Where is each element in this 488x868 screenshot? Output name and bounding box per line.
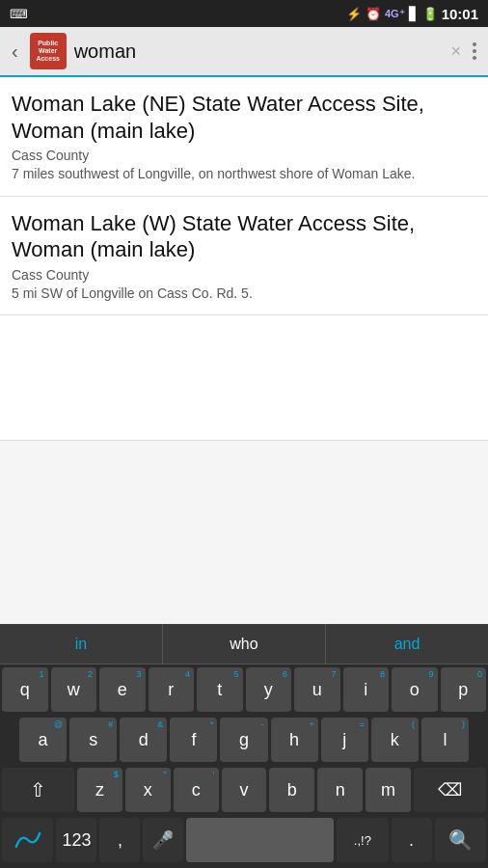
key-u[interactable]: 7u — [294, 667, 340, 712]
key-p-sub: 0 — [477, 669, 482, 679]
time-display: 10:01 — [442, 6, 478, 22]
key-a-sub: @ — [54, 719, 63, 729]
key-e-sub: 3 — [136, 669, 141, 679]
key-i[interactable]: 8i — [343, 667, 390, 712]
key-d[interactable]: &d — [120, 718, 167, 762]
menu-dot — [473, 42, 476, 46]
key-b[interactable]: b — [269, 768, 314, 812]
num-switch-key[interactable]: 123 — [56, 818, 96, 862]
key-z[interactable]: $z — [77, 768, 122, 812]
empty-results-area — [0, 315, 488, 441]
keyboard-icon: ⌨ — [10, 7, 28, 21]
mic-key[interactable]: 🎤 — [143, 818, 183, 862]
key-c[interactable]: 'c — [174, 768, 219, 812]
key-m[interactable]: m — [366, 768, 411, 812]
key-q-sub: 1 — [39, 669, 43, 679]
result-county-2: Cass County — [12, 267, 476, 283]
key-o-sub: 9 — [428, 669, 433, 679]
shift-key[interactable]: ⇧ — [2, 768, 74, 812]
key-p[interactable]: 0p — [441, 667, 487, 712]
alarm-icon: ⏰ — [366, 7, 381, 21]
key-k-sub: ( — [412, 719, 415, 729]
suggestion-and[interactable]: and — [326, 624, 488, 664]
key-y[interactable]: 6y — [246, 667, 292, 712]
app-icon: PublicWaterAccess — [30, 33, 67, 69]
key-w-sub: 2 — [88, 669, 93, 679]
result-desc-2: 5 mi SW of Longville on Cass Co. Rd. 5. — [12, 285, 476, 304]
back-button[interactable]: ‹ — [8, 37, 22, 67]
key-row-1: 1q 2w 3e 4r 5t 6y 7u 8i 9o 0p — [0, 665, 488, 715]
result-county-1: Cass County — [12, 148, 476, 163]
key-s[interactable]: #s — [69, 718, 117, 762]
space-key[interactable] — [186, 818, 334, 862]
battery-icon: 🔋 — [422, 7, 438, 21]
result-title-2: Woman Lake (W) State Water Access Site, … — [12, 210, 476, 263]
key-r[interactable]: 4r — [149, 667, 195, 712]
signal-icon: ▋ — [409, 7, 419, 21]
key-f[interactable]: *f — [170, 718, 217, 762]
result-title-1: Woman Lake (NE) State Water Access Site,… — [12, 91, 476, 144]
key-t-sub: 5 — [233, 669, 238, 679]
clear-button[interactable]: × — [450, 41, 461, 62]
suggestions-row: in who and — [0, 624, 488, 665]
key-z-sub: $ — [114, 770, 119, 779]
search-key[interactable]: 🔍 — [435, 818, 486, 862]
suggestion-in[interactable]: in — [0, 624, 163, 664]
status-bar: ⌨ ⚡ ⏰ 4G⁺ ▋ 🔋 10:01 — [0, 0, 488, 27]
key-y-sub: 6 — [283, 669, 287, 679]
search-input[interactable] — [74, 41, 461, 63]
search-input-container: × — [74, 41, 461, 63]
key-f-sub: * — [210, 719, 214, 729]
key-t[interactable]: 5t — [197, 667, 243, 712]
key-e[interactable]: 3e — [99, 667, 146, 712]
app-icon-label: PublicWaterAccess — [36, 40, 60, 62]
key-v[interactable]: v — [222, 768, 267, 812]
key-row-2: @a #s &d *f -g +h =j (k )l — [0, 715, 488, 765]
key-o[interactable]: 9o — [392, 667, 438, 712]
swiftkey-logo-key[interactable] — [2, 818, 53, 862]
menu-button[interactable] — [469, 39, 480, 64]
key-a[interactable]: @a — [19, 718, 67, 762]
lte-badge: 4G⁺ — [385, 8, 405, 20]
comma-key[interactable]: , — [99, 818, 140, 862]
key-k[interactable]: (k — [371, 718, 419, 762]
key-l-sub: ) — [462, 719, 465, 729]
key-d-sub: & — [157, 719, 163, 729]
key-r-sub: 4 — [185, 669, 190, 679]
key-i-sub: 8 — [380, 669, 385, 679]
key-w[interactable]: 2w — [51, 667, 97, 712]
status-bar-right: ⚡ ⏰ 4G⁺ ▋ 🔋 10:01 — [346, 6, 478, 22]
result-desc-1: 7 miles southwest of Longville, on north… — [12, 165, 476, 184]
bottom-row: 123 , 🎤 .,!? . 🔍 — [0, 815, 488, 868]
key-l[interactable]: )l — [421, 718, 469, 762]
key-s-sub: # — [108, 719, 113, 729]
result-item-1[interactable]: Woman Lake (NE) State Water Access Site,… — [0, 77, 488, 197]
results-list: Woman Lake (NE) State Water Access Site,… — [0, 77, 488, 315]
key-g-sub: - — [261, 719, 264, 729]
result-item-2[interactable]: Woman Lake (W) State Water Access Site, … — [0, 197, 488, 316]
menu-dot — [473, 49, 476, 53]
status-bar-left: ⌨ — [10, 7, 28, 21]
key-row-3: ⇧ $z "x 'c v b n m ⌫ — [0, 765, 488, 815]
key-g[interactable]: -g — [220, 718, 267, 762]
menu-dot — [473, 56, 476, 60]
key-n[interactable]: n — [317, 768, 363, 812]
backspace-key[interactable]: ⌫ — [414, 768, 486, 812]
suggestion-who[interactable]: who — [163, 624, 326, 664]
key-h[interactable]: +h — [271, 718, 318, 762]
key-x-sub: " — [164, 770, 167, 779]
punctuation-key[interactable]: .,!? — [337, 818, 388, 862]
key-u-sub: 7 — [331, 669, 336, 679]
key-c-sub: ' — [213, 770, 215, 779]
key-j-sub: = — [360, 719, 365, 729]
search-bar: ‹ PublicWaterAccess × — [0, 27, 488, 77]
key-q[interactable]: 1q — [2, 667, 48, 712]
key-h-sub: + — [309, 719, 313, 729]
key-j[interactable]: =j — [321, 718, 368, 762]
bluetooth-icon: ⚡ — [346, 7, 362, 21]
keyboard: in who and 1q 2w 3e 4r 5t 6y 7u 8i 9o 0p… — [0, 624, 488, 868]
key-x[interactable]: "x — [125, 768, 171, 812]
period-key[interactable]: . — [392, 818, 432, 862]
